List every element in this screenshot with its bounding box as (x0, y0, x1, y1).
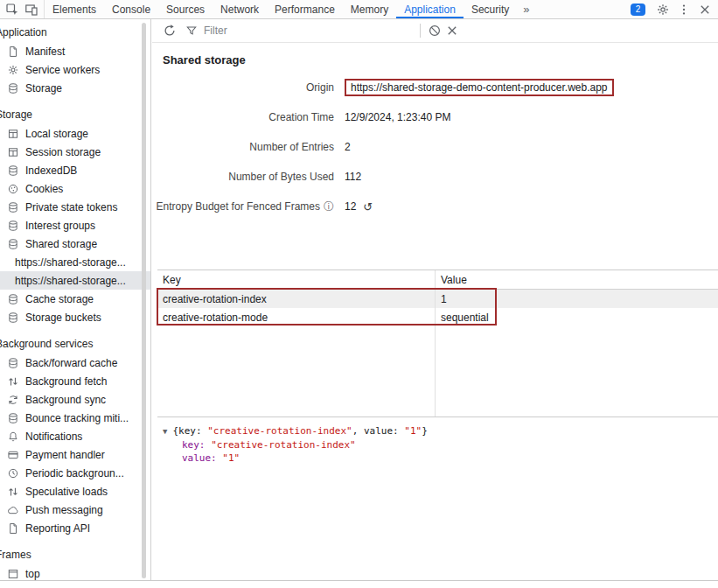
frame-icon (7, 568, 19, 580)
sidebar-item-local-storage[interactable]: Local storage (0, 124, 150, 143)
device-toolbar-icon[interactable] (22, 0, 41, 18)
sidebar-item-back-forward-cache[interactable]: Back/forward cache (0, 354, 150, 372)
toolbar-divider (420, 24, 421, 38)
column-divider[interactable] (435, 270, 436, 416)
bytes-value: 112 (345, 171, 361, 183)
tab-elements[interactable]: Elements (45, 0, 104, 18)
delete-selected-icon[interactable] (443, 22, 461, 39)
field-label: Number of Entries (152, 141, 334, 153)
tab-security[interactable]: Security (464, 0, 517, 18)
tab-console[interactable]: Console (104, 0, 158, 18)
sidebar-item-interest-groups[interactable]: Interest groups (0, 216, 150, 234)
field-label: Origin (152, 81, 334, 94)
filter-control (185, 24, 415, 38)
sidebar-item-service-workers[interactable]: Service workers (0, 60, 150, 79)
tab-performance[interactable]: Performance (267, 0, 343, 18)
item-label: top (25, 568, 40, 580)
item-label: Bounce tracking miti... (25, 412, 129, 424)
panel-toolbar (152, 19, 718, 43)
sidebar-item-top-frame[interactable]: top (0, 564, 150, 580)
database-icon (7, 238, 19, 250)
tabbar-right-tools: 2 (631, 0, 718, 18)
refresh-icon[interactable] (161, 22, 178, 39)
filter-input[interactable] (202, 24, 405, 38)
sidebar-item-storage[interactable]: Storage (0, 79, 150, 97)
sidebar-item-shared-storage-origin-2[interactable]: https://shared-storage... (0, 271, 150, 290)
table-icon (7, 146, 19, 158)
item-label: Cookies (25, 183, 63, 195)
origin-value: https://shared-storage-demo-content-prod… (351, 81, 608, 94)
tab-memory[interactable]: Memory (343, 0, 396, 18)
column-header-key[interactable]: Key (157, 274, 435, 286)
more-tabs-chevron-icon[interactable]: » (517, 0, 535, 18)
field-label: Creation Time (152, 111, 334, 123)
settings-gear-icon[interactable] (653, 0, 673, 18)
inspect-element-icon[interactable] (3, 0, 22, 18)
sidebar-item-speculative-loads[interactable]: Speculative loads (0, 482, 150, 500)
sidebar-item-background-sync[interactable]: Background sync (0, 390, 150, 409)
devtools-tabbar: Elements Console Sources Network Perform… (0, 0, 718, 19)
sidebar-item-shared-storage-origin-1[interactable]: https://shared-storage... (0, 253, 150, 271)
table-icon (7, 128, 19, 140)
close-devtools-icon[interactable] (695, 0, 715, 18)
sidebar-item-bounce-tracking[interactable]: Bounce tracking miti... (0, 409, 150, 427)
tab-sources[interactable]: Sources (158, 0, 213, 18)
sidebar-item-payment-handler[interactable]: Payment handler (0, 445, 150, 464)
sidebar-item-manifest[interactable]: Manifest (0, 42, 150, 60)
item-label: Interest groups (25, 220, 95, 232)
document-icon (7, 46, 19, 58)
sidebar-item-shared-storage[interactable]: Shared storage (0, 234, 150, 253)
item-label: Background sync (25, 394, 106, 406)
item-label: Push messaging (25, 504, 103, 516)
item-label: Manifest (25, 46, 65, 58)
panel-tabs: Elements Console Sources Network Perform… (45, 0, 535, 18)
field-entropy-budget: Entropy Budget for Fenced Framesⓘ 12↺ (152, 198, 718, 215)
table-row[interactable]: creative-rotation-mode sequential (157, 308, 718, 326)
sidebar-item-indexeddb[interactable]: IndexedDB (0, 161, 150, 179)
sidebar-item-notifications[interactable]: Notifications (0, 427, 150, 445)
sidebar-item-private-state-tokens[interactable]: Private state tokens (0, 198, 150, 216)
info-icon[interactable]: ⓘ (324, 200, 334, 214)
item-label: Payment handler (25, 449, 105, 461)
sidebar-item-storage-buckets[interactable]: Storage buckets (0, 308, 150, 326)
creation-time-value: 12/9/2024, 1:23:40 PM (345, 111, 450, 123)
database-icon (7, 412, 19, 424)
expander-triangle-icon[interactable]: ▼ (163, 427, 167, 436)
field-label: Entropy Budget for Fenced Framesⓘ (152, 200, 334, 214)
preview-summary-line: ▼{key: "creative-rotation-index", value:… (163, 424, 718, 438)
sidebar-item-session-storage[interactable]: Session storage (0, 143, 150, 161)
tab-network[interactable]: Network (213, 0, 267, 18)
payment-card-icon (7, 449, 19, 461)
up-down-arrows-icon (7, 375, 19, 388)
issues-count-badge[interactable]: 2 (631, 4, 645, 16)
delete-all-icon[interactable] (426, 22, 443, 39)
service-worker-gear-icon (7, 64, 19, 76)
sidebar-item-cookies[interactable]: Cookies (0, 179, 150, 198)
item-label: Shared storage (25, 238, 97, 250)
bottom-edge (0, 580, 718, 588)
reset-budget-icon[interactable]: ↺ (363, 200, 373, 214)
shared-storage-panel: Shared storage Origin https://shared-sto… (152, 19, 718, 580)
sidebar-item-push-messaging[interactable]: Push messaging (0, 500, 150, 519)
cookie-icon (7, 183, 19, 195)
devtools-window: Elements Console Sources Network Perform… (0, 0, 718, 588)
sidebar-item-background-fetch[interactable]: Background fetch (0, 372, 150, 390)
sidebar-item-cache-storage[interactable]: Cache storage (0, 290, 150, 308)
column-header-value[interactable]: Value (435, 274, 718, 286)
sidebar-item-reporting-api[interactable]: Reporting API (0, 519, 150, 537)
item-label: Session storage (25, 146, 101, 158)
database-icon (7, 357, 19, 369)
database-icon (7, 312, 19, 324)
datagrid-header: Key Value (157, 270, 718, 290)
table-row[interactable]: creative-rotation-index 1 (157, 290, 718, 308)
sidebar-scrollbar[interactable] (142, 23, 146, 578)
field-origin: Origin https://shared-storage-demo-conte… (152, 79, 718, 96)
sidebar-item-periodic-background-sync[interactable]: Periodic backgroun... (0, 464, 150, 482)
item-label: Speculative loads (25, 486, 108, 498)
item-label: Private state tokens (25, 201, 117, 214)
database-icon (7, 220, 19, 232)
database-icon (7, 293, 19, 305)
section-title: Storage (0, 106, 150, 124)
tab-application[interactable]: Application (396, 0, 464, 18)
kebab-menu-icon[interactable] (674, 0, 694, 18)
